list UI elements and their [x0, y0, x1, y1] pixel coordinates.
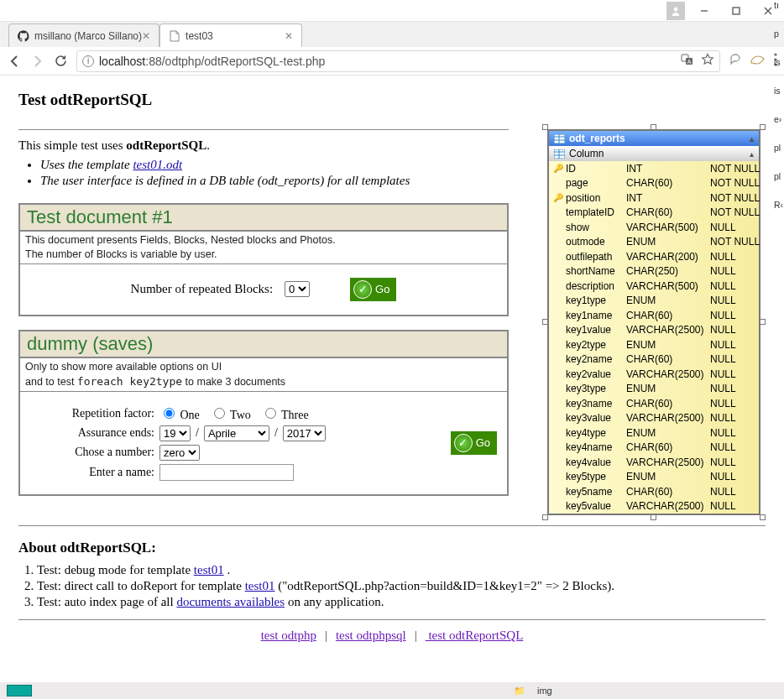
about-link[interactable]: documents availables [176, 595, 285, 608]
column-type: ENUM [626, 236, 710, 248]
panel-test-document: Test document #1 This document presents … [18, 203, 509, 316]
schema-row: key4typeENUMNULL [549, 425, 759, 441]
repetition-radios: One Two Three [159, 405, 309, 422]
column-name: show [566, 222, 626, 233]
schema-row: shortNameCHAR(250)NULL [549, 264, 759, 279]
schema-row: key1valueVARCHAR(2500)NULL [549, 323, 759, 338]
column-null: NULL [710, 310, 760, 321]
browser-tab-strip: msillano (Marco Sillano)✕test03✕ [0, 22, 784, 47]
intro-list-item: Uses the template test01.odt [40, 158, 509, 172]
repetition-option[interactable]: Two [210, 405, 251, 422]
schema-row: key3nameCHAR(60)NULL [549, 396, 759, 411]
url-path: /odtphp/odtReportSQL-test.php [162, 55, 326, 68]
column-null: NULL [710, 412, 760, 424]
column-null: NULL [710, 368, 760, 380]
schema-row: key5typeENUMNULL [549, 470, 759, 485]
translate-icon[interactable]: A [681, 53, 694, 69]
column-null: NULL [710, 500, 760, 512]
schema-row: 🔑positionINTNOT NULL [549, 190, 759, 206]
column-null: NULL [710, 265, 760, 277]
repetition-option[interactable]: One [159, 405, 200, 422]
address-bar[interactable]: i localhost:88/odtphp/odtReportSQL-test.… [76, 50, 720, 72]
check-icon: ✓ [353, 280, 372, 299]
assurance-year-select[interactable]: 2017 [283, 425, 326, 441]
svg-text:A: A [687, 59, 692, 65]
column-null: NOT NULL [710, 206, 760, 218]
window-close-button[interactable] [752, 0, 784, 22]
column-type: VARCHAR(200) [626, 251, 710, 263]
footer-link[interactable]: test odtphpsql [336, 629, 406, 642]
footer-link[interactable]: test odtReportSQL [426, 629, 524, 642]
column-name: position [566, 192, 626, 204]
assurance-month-select[interactable]: Aprile [204, 425, 269, 441]
assurance-day-select[interactable]: 19 [159, 425, 191, 441]
repeated-blocks-select[interactable]: 0 [285, 281, 310, 297]
panel-dummy-saves: dummy (saves) Only to show more availabl… [18, 330, 509, 496]
browser-tab[interactable]: msillano (Marco Sillano)✕ [8, 23, 159, 47]
intro-text: This simple test uses odtReportSQL. [18, 138, 509, 153]
column-name: key3type [566, 383, 626, 394]
schema-row: descriptionVARCHAR(500)NULL [549, 279, 759, 294]
extension-icon-2[interactable] [750, 54, 766, 68]
schema-column-header: Column ▴ [549, 146, 759, 161]
back-button[interactable] [7, 54, 22, 69]
collapse-icon[interactable]: ▴ [750, 134, 754, 143]
column-type: VARCHAR(2500) [626, 368, 710, 380]
chose-number-select[interactable]: zero [159, 445, 200, 461]
column-null: NULL [710, 456, 760, 468]
chrome-profile-avatar[interactable] [666, 2, 685, 20]
go-button-panel1[interactable]: ✓ Go [350, 278, 396, 301]
about-link[interactable]: test01 [245, 579, 275, 592]
column-type: VARCHAR(2500) [626, 324, 710, 336]
schema-rows: 🔑IDINTNOT NULLpageCHAR(60)NOT NULL🔑posit… [549, 161, 759, 514]
column-null: NULL [710, 383, 760, 394]
column-name: key4type [566, 427, 626, 439]
page-title: Test odtReportSQL [18, 91, 766, 109]
column-null: NULL [710, 324, 760, 336]
browser-tab[interactable]: test03✕ [159, 23, 302, 47]
forward-button [30, 54, 45, 69]
about-list-item: Test: debug mode for template test01 . [37, 563, 766, 577]
github-icon [18, 30, 29, 42]
collapse-icon[interactable]: ▴ [750, 149, 754, 159]
about-link[interactable]: test01 [194, 563, 224, 576]
schema-row: outfilepathVARCHAR(200)NULL [549, 249, 759, 264]
column-name: outfilepath [566, 251, 626, 263]
column-null: NOT NULL [710, 192, 760, 204]
column-name: key3value [566, 412, 626, 424]
svg-point-0 [674, 7, 678, 11]
schema-row: key3typeENUMNULL [549, 382, 759, 397]
browser-toolbar: i localhost:88/odtphp/odtReportSQL-test.… [0, 47, 784, 76]
footer-link[interactable]: test odtphp [261, 629, 316, 642]
enter-name-input[interactable] [159, 464, 294, 481]
column-name: key5type [566, 471, 626, 483]
column-name: key2value [566, 368, 626, 380]
schema-row: key2valueVARCHAR(2500)NULL [549, 367, 759, 382]
column-null: NULL [710, 222, 760, 233]
column-null: NULL [710, 486, 760, 498]
column-null: NOT NULL [710, 236, 760, 248]
taskbar-fragment: 📁img [0, 682, 784, 699]
window-minimize-button[interactable] [688, 0, 720, 22]
tab-close-button[interactable]: ✕ [285, 30, 293, 42]
column-null: NULL [710, 280, 760, 292]
extension-icon-1[interactable] [729, 53, 742, 69]
chrome-menu-button[interactable] [774, 53, 777, 69]
tab-close-button[interactable]: ✕ [142, 30, 150, 42]
column-type: INT [626, 163, 710, 175]
table-icon [554, 134, 565, 143]
column-null: NULL [710, 398, 760, 409]
repetition-option[interactable]: Three [261, 405, 309, 422]
column-name: key2type [566, 339, 626, 351]
index-key-icon: 🔑 [551, 193, 566, 202]
reload-button[interactable] [54, 54, 68, 68]
column-name: shortName [566, 265, 626, 277]
svg-point-8 [774, 53, 776, 55]
template-link[interactable]: test01.odt [133, 158, 182, 171]
bookmark-star-icon[interactable] [701, 53, 714, 69]
schema-row: key1nameCHAR(60)NULL [549, 308, 759, 323]
go-button-panel2[interactable]: ✓ Go [451, 431, 497, 455]
schema-row: outmodeENUMNOT NULL [549, 235, 759, 250]
window-maximize-button[interactable] [720, 0, 752, 22]
site-info-icon[interactable]: i [82, 55, 94, 67]
